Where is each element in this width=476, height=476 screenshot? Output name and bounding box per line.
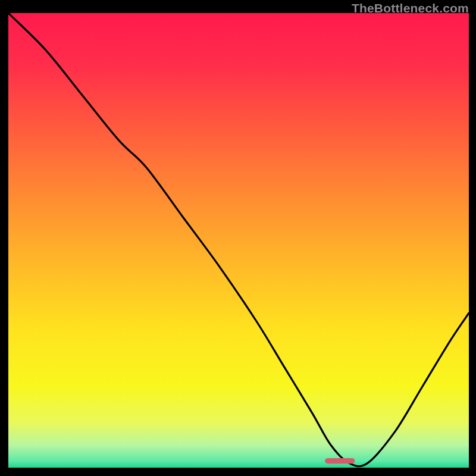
optimum-marker [325,458,355,464]
gradient-fill [8,13,469,468]
chart-frame [8,13,469,468]
bottleneck-chart [8,13,469,468]
